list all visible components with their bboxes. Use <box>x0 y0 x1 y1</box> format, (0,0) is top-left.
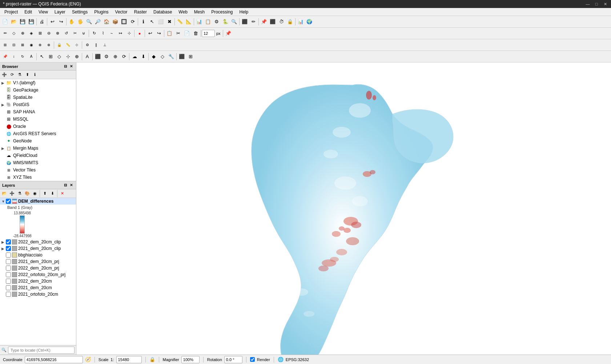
layer-2022-dem[interactable]: 2022_dem_20cm <box>0 278 76 284</box>
tree-item-geopackage[interactable]: 🗄 GeoPackage <box>0 86 76 94</box>
layers-close-btn[interactable]: ✕ <box>69 183 74 188</box>
delete-btn[interactable]: 🗑 <box>191 29 200 38</box>
tree-item-xyz-tiles[interactable]: ⊞ XYZ Tiles <box>0 174 76 181</box>
layers-style-btn[interactable]: 🎨 <box>24 190 31 197</box>
measure-btn[interactable]: 📏 <box>176 17 184 26</box>
snap-none-btn[interactable]: ⊠ <box>18 41 27 49</box>
copy-btn[interactable]: 📄 <box>182 29 191 38</box>
tree-item-sap-hana[interactable]: ⊞ SAP HANA <box>0 108 76 116</box>
cloud-download-btn[interactable]: ⬇ <box>139 52 148 61</box>
layers-move-down-btn[interactable]: ⬇ <box>49 190 56 197</box>
layers-filter-btn[interactable]: ⚗ <box>16 190 23 197</box>
processing-btn[interactable]: ⚙ <box>212 17 221 26</box>
snap-all-btn[interactable]: ⊞ <box>1 41 9 49</box>
search-input[interactable] <box>8 347 75 354</box>
menu-web[interactable]: Web <box>176 9 190 15</box>
diagram-btn[interactable]: ⬛ <box>93 52 102 61</box>
epsg-label[interactable]: EPSG:32632 <box>286 357 309 362</box>
select-rect-btn[interactable]: ⬜ <box>156 17 165 26</box>
snap-config-btn[interactable]: 📌 <box>224 29 233 38</box>
menu-settings[interactable]: Settings <box>69 9 91 15</box>
magnifier-input[interactable] <box>181 356 200 363</box>
menu-view[interactable]: View <box>36 9 51 15</box>
cut-btn[interactable]: ✂ <box>174 29 182 38</box>
layers-remove-btn[interactable]: ✕ <box>59 190 66 197</box>
merge-btn[interactable]: ⊎ <box>79 29 88 38</box>
add-part-btn[interactable]: ◈ <box>27 29 36 38</box>
adv-dig-btn[interactable]: ◉ <box>27 41 36 49</box>
digitize-btn[interactable]: ✏ <box>249 17 258 26</box>
feat-btn[interactable]: ⬛ <box>268 17 277 26</box>
render-checkbox[interactable] <box>250 357 255 362</box>
check-2021-dem-clip[interactable] <box>6 246 11 251</box>
scale-input[interactable] <box>116 356 142 363</box>
sync-btn[interactable]: ⟳ <box>120 52 128 61</box>
tree-item-arcgis[interactable]: 🌐 ArcGIS REST Servers <box>0 130 76 137</box>
constraint-btn[interactable]: ⊗ <box>44 41 53 49</box>
browser-add-btn[interactable]: ➕ <box>1 71 8 78</box>
check-2021-ortofoto[interactable] <box>6 292 11 297</box>
check-2022-ortofoto-prj[interactable] <box>6 272 11 277</box>
perp-btn[interactable]: ⊥ <box>100 41 109 49</box>
deselect-btn[interactable]: ✖ <box>165 17 174 26</box>
browser-float-btn[interactable]: ⊟ <box>63 64 68 69</box>
layers-move-up-btn[interactable]: ⬆ <box>41 190 48 197</box>
qgis-server-btn[interactable]: ⬛ <box>177 52 186 61</box>
rotation-input[interactable] <box>224 356 242 363</box>
undo-edit-btn[interactable]: ↩ <box>146 29 154 38</box>
menu-plugins[interactable]: Plugins <box>91 9 111 15</box>
coord-btn[interactable]: 📌 <box>260 17 268 26</box>
browser-refresh-btn[interactable]: ⟳ <box>8 71 16 78</box>
3d-view-btn[interactable]: ◆ <box>149 52 158 61</box>
zoom-select-btn[interactable]: 🔲 <box>120 17 128 26</box>
minimize-button[interactable]: — <box>585 1 591 7</box>
edit-node-btn[interactable]: ◇ <box>9 29 18 38</box>
topology-btn[interactable]: ⊞ <box>186 52 195 61</box>
new-spatial-btn[interactable]: ⬛ <box>240 17 249 26</box>
layer-bbghiacciaio[interactable]: bbghiacciaio <box>0 252 76 258</box>
zoom-in-btn[interactable]: 🔍 <box>85 17 93 26</box>
tree-item-postgis[interactable]: ▶ 🐘 PostGIS <box>0 101 76 108</box>
tree-item-mergin-maps[interactable]: ▶ 📋 Mergin Maps <box>0 145 76 152</box>
lock-btn[interactable]: 🔒 <box>286 17 294 26</box>
lock-xy-btn[interactable]: ⊹ <box>72 41 81 49</box>
tree-item-mssql[interactable]: ⊞ MSSQL <box>0 116 76 123</box>
map-area[interactable] <box>76 62 611 355</box>
menu-vector[interactable]: Vector <box>112 9 130 15</box>
tree-item-oracle[interactable]: ⬤ Oracle <box>0 123 76 130</box>
save-as-btn[interactable]: 💾 <box>27 17 36 26</box>
check-bbghiacciaio[interactable] <box>6 252 11 258</box>
parallel-btn[interactable]: ∥ <box>92 41 100 49</box>
move-btn[interactable]: ⊹ <box>125 29 133 38</box>
time-btn[interactable]: ⏱ <box>277 17 286 26</box>
reshape-btn[interactable]: ↺ <box>62 29 71 38</box>
identify-btn[interactable]: ℹ <box>139 17 148 26</box>
stat-btn[interactable]: 📊 <box>195 17 204 26</box>
simplify-btn[interactable]: ⌇ <box>99 29 107 38</box>
construction-btn[interactable]: ⚙ <box>83 41 92 49</box>
python-btn[interactable]: 🐍 <box>221 17 230 26</box>
tree-item-spatialite[interactable]: 🗄 SpatiaLite <box>0 94 76 101</box>
wrench-btn[interactable]: 🔧 <box>167 52 176 61</box>
cloud-upload-btn[interactable]: ☁ <box>130 52 139 61</box>
label-move-btn[interactable]: ↕ <box>9 52 18 61</box>
menu-help[interactable]: Help <box>237 9 252 15</box>
label-pin-btn[interactable]: 📌 <box>1 52 9 61</box>
locator-btn[interactable]: 🔍 <box>230 17 238 26</box>
layers-open-btn[interactable]: 📂 <box>1 190 8 197</box>
browser-collapse-btn[interactable]: ⬆ <box>24 71 31 78</box>
add-map-btn[interactable]: ⊕ <box>111 52 120 61</box>
coordinate-input[interactable] <box>25 356 83 363</box>
select-btn[interactable]: ↖ <box>148 17 156 26</box>
measure-area-btn[interactable]: 📐 <box>184 17 193 26</box>
select-feat-btn[interactable]: ⊞ <box>46 52 55 61</box>
undo-btn[interactable]: ↩ <box>48 17 57 26</box>
browser-filter-btn[interactable]: ⚗ <box>16 71 23 78</box>
paste-btn[interactable]: 📋 <box>165 29 174 38</box>
add-ring-btn[interactable]: ⊕ <box>18 29 27 38</box>
tree-item-qfieldcloud[interactable]: ☁ QFieldCloud <box>0 152 76 159</box>
label-change-btn[interactable]: A <box>27 52 36 61</box>
edit-pencil-btn[interactable]: ✏ <box>1 29 9 38</box>
font-size-input[interactable] <box>202 30 215 37</box>
browser-info-btn[interactable]: ℹ <box>31 71 39 78</box>
